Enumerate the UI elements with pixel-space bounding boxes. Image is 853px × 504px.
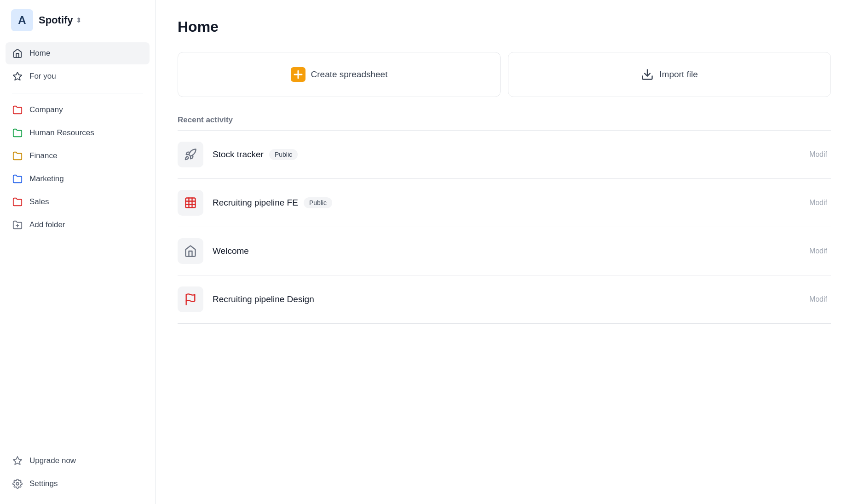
folder-hr-icon [12,127,23,138]
sparkle-icon [12,71,23,82]
home2-icon [184,245,197,258]
activity-item-stock-tracker[interactable]: Stock tracker Public Modif [178,131,831,179]
create-spreadsheet-label: Create spreadsheet [311,69,388,80]
workspace-header: A Spotify ⇕ [0,9,155,42]
rocket-icon [184,148,197,161]
sidebar-item-home[interactable]: Home [6,42,150,64]
activity-modified-2: Modif [809,247,831,255]
activity-name-2: Welcome [213,246,249,256]
workspace-name-label[interactable]: Spotify ⇕ [39,14,81,26]
workspace-name-text: Spotify [39,14,73,26]
sidebar-item-sales[interactable]: Sales [6,191,150,213]
workspace-logo: A [11,9,33,31]
settings-icon [12,478,23,489]
activity-item-welcome[interactable]: Welcome Modif [178,227,831,275]
activity-name-3: Recruiting pipeline Design [213,294,314,304]
sidebar-item-company[interactable]: Company [6,99,150,121]
folder-company-icon [12,104,23,115]
settings-label: Settings [29,479,58,488]
folder-sales-icon [12,196,23,207]
nav-divider-1 [12,93,143,93]
svg-marker-0 [13,72,22,80]
create-spreadsheet-button[interactable]: Create spreadsheet [178,52,501,97]
import-file-icon [641,68,654,81]
home-icon [12,48,23,59]
import-file-button[interactable]: Import file [508,52,831,97]
upgrade-icon [12,455,23,466]
sidebar-item-upgrade[interactable]: Upgrade now [6,450,150,472]
activity-badge-0: Public [269,149,298,160]
activity-list: Stock tracker Public Modif [178,131,831,324]
sidebar-item-add-folder[interactable]: Add folder [6,214,150,236]
sidebar-nav: Home For you Company [0,42,155,236]
activity-item-recruiting-design[interactable]: Recruiting pipeline Design Modif [178,275,831,324]
import-file-label: Import file [659,69,697,80]
sidebar-item-finance[interactable]: Finance [6,145,150,167]
sidebar: A Spotify ⇕ Home For you [0,0,156,504]
sidebar-item-marketing-label: Marketing [29,174,64,183]
sidebar-item-human-resources[interactable]: Human Resources [6,122,150,144]
folder-finance-icon [12,150,23,161]
activity-info-3: Recruiting pipeline Design [213,294,800,304]
sidebar-item-finance-label: Finance [29,151,57,160]
upgrade-label: Upgrade now [29,456,76,465]
sidebar-item-marketing[interactable]: Marketing [6,168,150,190]
sidebar-item-company-label: Company [29,105,63,115]
folder-marketing-icon [12,173,23,184]
sidebar-item-home-label: Home [29,49,50,58]
svg-marker-3 [13,457,22,464]
svg-rect-9 [186,198,196,208]
sort-icon: ⇕ [76,17,81,24]
sidebar-item-for-you[interactable]: For you [6,65,150,87]
add-folder-icon [12,219,23,230]
activity-icon-wrap-1 [178,190,203,216]
create-spreadsheet-icon [291,67,305,82]
activity-modified-3: Modif [809,295,831,304]
activity-modified-1: Modif [809,199,831,207]
svg-point-4 [16,482,19,485]
sidebar-item-for-you-label: For you [29,72,56,81]
activity-modified-0: Modif [809,150,831,159]
recent-activity-section: Recent activity Stock tracker Public Mod… [178,115,831,324]
activity-name-1: Recruiting pipeline FE [213,198,298,208]
activity-icon-wrap-3 [178,286,203,312]
activity-badge-1: Public [304,197,332,208]
activity-icon-wrap-2 [178,238,203,264]
sidebar-item-settings[interactable]: Settings [6,473,150,495]
action-cards: Create spreadsheet Import file [178,52,831,97]
sidebar-item-sales-label: Sales [29,197,49,206]
recent-activity-title: Recent activity [178,115,831,131]
page-title: Home [178,18,831,35]
main-content: Home Create spreadsheet Import file Rece… [156,0,853,504]
sidebar-bottom: Upgrade now Settings [0,450,155,495]
activity-item-recruiting-fe[interactable]: Recruiting pipeline FE Public Modif [178,179,831,227]
table-icon [184,196,197,209]
activity-info-2: Welcome [213,246,800,256]
sidebar-item-hr-label: Human Resources [29,128,94,137]
activity-info-0: Stock tracker Public [213,149,800,160]
flag-icon [184,293,197,306]
activity-info-1: Recruiting pipeline FE Public [213,197,800,208]
sidebar-item-add-folder-label: Add folder [29,220,65,229]
activity-name-0: Stock tracker [213,149,264,160]
activity-icon-wrap-0 [178,142,203,167]
